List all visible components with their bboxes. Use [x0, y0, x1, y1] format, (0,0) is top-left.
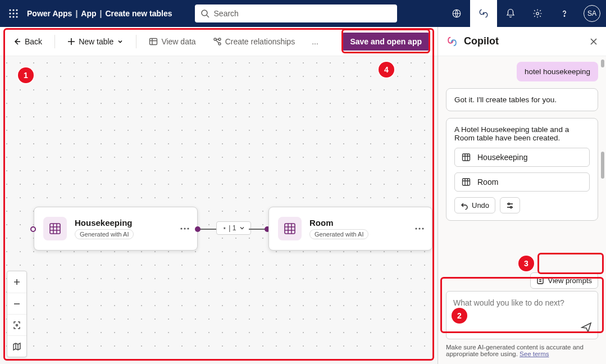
- back-button[interactable]: Back: [8, 34, 47, 49]
- callout-badge-4: 4: [379, 62, 394, 78]
- copilot-undo-button[interactable]: Undo: [454, 197, 495, 213]
- svg-point-8: [16, 16, 17, 17]
- undo-icon: [461, 202, 468, 210]
- breadcrumb: Power Apps | App | Create new tables: [27, 9, 172, 18]
- svg-point-15: [214, 38, 216, 40]
- copilot-toggle-button[interactable]: [470, 0, 497, 27]
- table-card-more[interactable]: [177, 224, 193, 233]
- see-terms-link[interactable]: See terms: [520, 351, 549, 357]
- svg-rect-28: [463, 179, 470, 185]
- callout-badge-2: 2: [452, 308, 467, 324]
- table-card-more[interactable]: [412, 224, 427, 233]
- plus-icon: [13, 278, 21, 286]
- avatar[interactable]: SA: [584, 5, 600, 22]
- svg-rect-22: [285, 224, 295, 234]
- copilot-created-text: A Hotel Housekeeping table and a Room ta…: [454, 125, 590, 142]
- svg-point-20: [184, 228, 185, 229]
- search-icon: [201, 9, 209, 18]
- copilot-tune-button[interactable]: [500, 197, 520, 213]
- app-name[interactable]: Power Apps: [27, 9, 72, 18]
- save-and-open-button[interactable]: Save and open app: [342, 33, 430, 51]
- settings-button[interactable]: [524, 0, 551, 27]
- table-title: Room: [309, 218, 368, 228]
- copilot-panel: Copilot hotel housekeeping Got it. I'll …: [438, 27, 606, 364]
- copilot-logo-icon: [446, 35, 458, 48]
- notifications-button[interactable]: [497, 0, 524, 27]
- table-card-housekeeping[interactable]: Housekeeping Generated with AI: [34, 207, 198, 251]
- svg-point-26: [16, 324, 18, 326]
- waffle-button[interactable]: [0, 9, 27, 18]
- svg-point-30: [511, 206, 512, 208]
- toolbar-more-button[interactable]: ...: [307, 34, 323, 49]
- svg-point-3: [9, 12, 11, 14]
- globe-icon: [452, 8, 462, 19]
- svg-point-29: [508, 203, 510, 204]
- grid-icon: [284, 222, 296, 235]
- svg-point-19: [180, 228, 182, 229]
- gear-icon: [532, 8, 543, 19]
- breadcrumb-page: Create new tables: [105, 9, 172, 18]
- copilot-user-message: hotel housekeeping: [517, 62, 598, 81]
- callout-badge-1: 1: [18, 67, 34, 83]
- svg-point-21: [187, 228, 189, 229]
- arrow-left-icon: [12, 37, 21, 46]
- more-horizontal-icon: [180, 228, 189, 230]
- table-thumb: [278, 217, 302, 240]
- avatar-initials: SA: [587, 10, 596, 17]
- relationship-label: ⋆ | 1: [222, 224, 236, 232]
- svg-point-2: [16, 9, 17, 11]
- send-icon: [581, 322, 592, 333]
- create-relationships-label: Create relationships: [225, 37, 295, 46]
- breadcrumb-app[interactable]: App: [81, 9, 96, 18]
- svg-point-7: [12, 16, 14, 17]
- svg-point-5: [16, 12, 17, 14]
- copilot-close-button[interactable]: [589, 37, 598, 46]
- back-label: Back: [25, 37, 42, 46]
- table-card-room[interactable]: Room Generated with AI: [268, 207, 432, 251]
- table-thumb: [43, 217, 67, 240]
- svg-point-0: [9, 9, 11, 11]
- svg-point-16: [218, 43, 221, 45]
- table-icon: [462, 153, 471, 162]
- plus-icon: [67, 38, 75, 46]
- copilot-scrollbar[interactable]: [601, 152, 604, 179]
- relationship-chip[interactable]: ⋆ | 1: [216, 221, 251, 235]
- minimap-button[interactable]: [7, 335, 26, 357]
- map-icon: [12, 342, 21, 351]
- minus-icon: [13, 300, 21, 308]
- copilot-send-button[interactable]: [581, 322, 592, 333]
- svg-point-4: [12, 12, 14, 14]
- svg-point-6: [9, 16, 11, 17]
- table-canvas[interactable]: Housekeeping Generated with AI ⋆ | 1: [0, 56, 438, 364]
- relationship-icon: [213, 37, 222, 46]
- copilot-footer-text: Make sure AI-generated content is accura…: [446, 344, 584, 357]
- create-relationships-button[interactable]: Create relationships: [208, 34, 300, 49]
- new-table-button[interactable]: New table: [63, 34, 128, 49]
- zoom-out-button[interactable]: [7, 293, 26, 314]
- zoom-in-button[interactable]: [7, 271, 26, 293]
- copilot-title: Copilot: [464, 35, 499, 47]
- undo-label: Undo: [472, 201, 489, 210]
- search-placeholder: Search: [214, 9, 239, 18]
- book-icon: [536, 277, 544, 285]
- view-prompts-button[interactable]: View prompts: [530, 272, 598, 289]
- search-input[interactable]: Search: [195, 4, 397, 22]
- copilot-table-button-housekeeping[interactable]: Housekeeping: [454, 148, 590, 167]
- zoom-rail: [7, 271, 27, 357]
- copilot-scrollbar[interactable]: [601, 60, 604, 67]
- copilot-table-button-room[interactable]: Room: [454, 172, 590, 192]
- fit-button[interactable]: [7, 314, 26, 335]
- svg-point-17: [218, 38, 221, 40]
- help-button[interactable]: [551, 0, 578, 27]
- help-icon: [559, 8, 569, 19]
- canvas-area: Back New table View data Create relation…: [0, 27, 438, 364]
- svg-point-1: [12, 9, 14, 11]
- svg-point-23: [415, 228, 417, 229]
- copilot-input[interactable]: What would you like to do next?: [446, 291, 598, 339]
- environment-button[interactable]: [443, 0, 470, 27]
- grid-icon: [49, 222, 61, 235]
- fit-icon: [12, 321, 21, 330]
- view-data-button[interactable]: View data: [144, 34, 200, 49]
- copilot-table-label: Room: [477, 178, 498, 186]
- copilot-body: hotel housekeeping Got it. I'll create t…: [438, 56, 606, 270]
